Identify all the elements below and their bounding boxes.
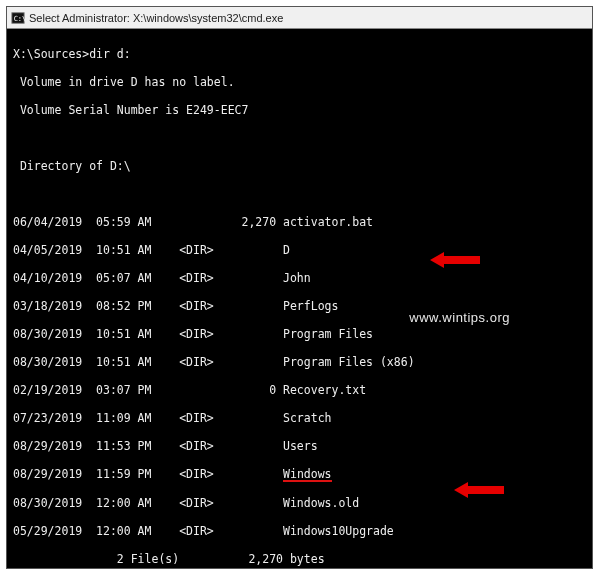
- d-row: 04/05/2019 10:51 AM <DIR> D: [13, 243, 586, 257]
- arrow-windows-icon: [430, 222, 480, 298]
- cmd-dir-d: dir d:: [89, 47, 131, 61]
- prompt: X:\Sources>: [13, 47, 89, 61]
- d-directory-of: Directory of D:\: [13, 159, 586, 173]
- d-row: 06/04/2019 05:59 AM 2,270 activator.bat: [13, 215, 586, 229]
- terminal-body[interactable]: X:\Sources>dir d: Volume in drive D has …: [7, 29, 592, 568]
- d-row: 08/30/2019 10:51 AM <DIR> Program Files …: [13, 355, 586, 369]
- d-files-summary: 2 File(s) 2,270 bytes: [13, 552, 586, 566]
- cmd-icon: C:\: [11, 11, 25, 25]
- arrow-ntdll-icon: [454, 452, 504, 528]
- cmd-window: C:\ Select Administrator: X:\windows\sys…: [6, 6, 593, 569]
- svg-text:C:\: C:\: [14, 14, 25, 22]
- titlebar[interactable]: C:\ Select Administrator: X:\windows\sys…: [7, 7, 592, 29]
- d-row: 02/19/2019 03:07 PM 0 Recovery.txt: [13, 383, 586, 397]
- d-row: 07/23/2019 11:09 AM <DIR> Scratch: [13, 411, 586, 425]
- d-row-windows: 08/29/2019 11:59 PM <DIR> Windows: [13, 467, 586, 482]
- d-row: 05/29/2019 12:00 AM <DIR> Windows10Upgra…: [13, 524, 586, 538]
- d-row: 08/30/2019 12:00 AM <DIR> Windows.old: [13, 496, 586, 510]
- d-row: 04/10/2019 05:07 AM <DIR> John: [13, 271, 586, 285]
- watermark-text: www.wintips.org: [409, 311, 510, 325]
- d-row: 08/30/2019 10:51 AM <DIR> Program Files: [13, 327, 586, 341]
- windows-highlight: Windows: [283, 469, 331, 482]
- title-text: Select Administrator: X:\windows\system3…: [29, 12, 283, 24]
- d-row: 08/29/2019 11:53 PM <DIR> Users: [13, 439, 586, 453]
- d-volume-serial: Volume Serial Number is E249-EEC7: [13, 103, 586, 117]
- d-volume-label: Volume in drive D has no label.: [13, 75, 586, 89]
